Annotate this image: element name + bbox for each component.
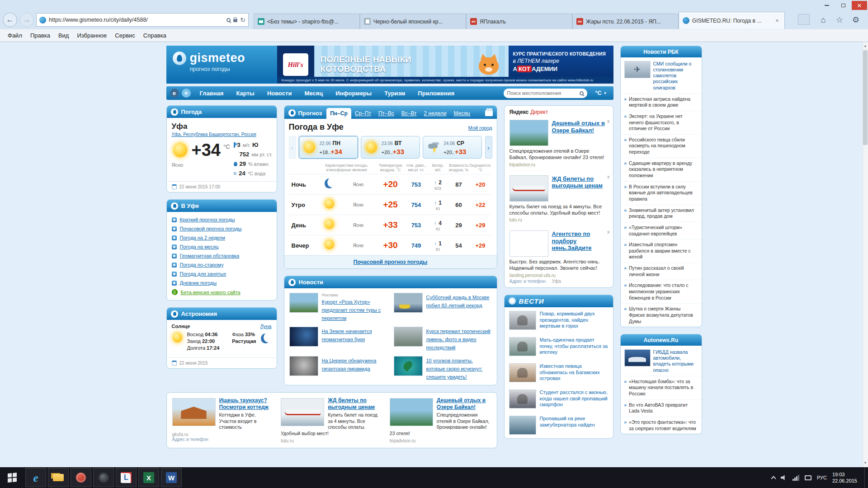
browser-tab[interactable]: Жары псто. 22.06.2015 - ЯП... × — [572, 14, 679, 29]
page-scrollbar[interactable]: ▲ ▼ — [863, 42, 868, 467]
nav-item[interactable]: Туризм — [378, 88, 411, 99]
network-icon[interactable] — [793, 475, 799, 481]
browser-tab[interactable]: Черно-белый японский кр... × — [360, 14, 466, 29]
taskbar-app-icon[interactable] — [25, 468, 46, 487]
vk-icon[interactable]: в — [170, 89, 179, 98]
menu-item[interactable]: Файл — [4, 30, 26, 41]
taskbar-app-icon[interactable] — [71, 468, 91, 487]
ad-close-icon[interactable]: х — [607, 229, 610, 235]
gismeteo-logo[interactable]: gismeteo прогноз погоды — [166, 46, 277, 84]
yandex-ad[interactable]: х Дешевый отдых в Озере Байкал! Спецпред… — [505, 116, 613, 172]
nav-item[interactable]: Приложения — [411, 88, 461, 99]
scroll-down-icon[interactable]: ▼ — [863, 460, 868, 466]
rbc-news-item[interactable]: » Российского певца сбили насмерть на пе… — [621, 134, 702, 158]
ad-close-icon[interactable]: х — [607, 118, 610, 124]
yandex-ad[interactable]: х ЖД билеты по выгодным ценам Купить бил… — [505, 172, 613, 227]
refresh-icon[interactable]: ↻ — [240, 17, 245, 23]
yandex-ad[interactable]: х Агентство по подбору нянь.Зайдите Быст… — [505, 227, 613, 287]
home-button[interactable]: ⌂ — [816, 13, 831, 27]
menu-item[interactable]: Справка — [139, 30, 170, 41]
volume-icon[interactable] — [781, 475, 787, 481]
unit-selector[interactable]: °C▼ — [593, 90, 610, 96]
yandex-direct-logo[interactable]: ЯндексДирект — [505, 106, 613, 116]
rbc-news-item[interactable]: » Исследование: что стало с миллионом ук… — [621, 280, 702, 303]
vesti-item[interactable]: Известная певица обнажилась на Багамских… — [505, 360, 613, 386]
vesti-item[interactable]: Мать-одиночка продает почку, чтобы распл… — [505, 333, 613, 360]
taskbar-app-icon[interactable] — [116, 468, 137, 487]
news-item[interactable]: На Церере обнаружена гигантская пирамида — [289, 356, 387, 380]
snowflake-icon[interactable]: ❄ — [182, 89, 191, 98]
menu-item[interactable]: Сервис — [111, 30, 139, 41]
ad-title[interactable]: Агентство по подбору нянь.Зайдите — [552, 230, 608, 257]
local-link[interactable]: Почасовой прогноз погоды — [167, 224, 277, 233]
rbc-news-item[interactable]: » Сдающие квартиру в аренду оказались в … — [621, 158, 702, 181]
rbc-news-item[interactable]: » Известная актриса найдена мертвой в св… — [621, 94, 702, 111]
vesti-item[interactable]: Повар, кормивший двух президентов, найде… — [505, 307, 613, 333]
nav-item[interactable]: Информеры — [329, 88, 378, 99]
vesti-item[interactable]: Студент расстался с жизнью, когда нашел … — [505, 386, 613, 412]
back-button[interactable]: ← — [3, 13, 17, 27]
window-restore-button[interactable] — [835, 1, 851, 10]
nav-item[interactable]: Месяц — [298, 88, 329, 99]
prev-days-arrow[interactable]: ‹ — [289, 136, 296, 159]
ad-block[interactable]: Ищешь таунхаус? Посмотри коттедж Коттедж… — [172, 397, 274, 443]
rbc-news-item[interactable]: » Путин рассказал о своей личной жизни — [621, 263, 702, 280]
url-text[interactable]: https://www.gismeteo.ru/city/daily/4588/ — [49, 17, 224, 23]
window-minimize-button[interactable] — [819, 1, 835, 10]
forecast-tab[interactable]: Месяц — [450, 108, 474, 119]
day-card[interactable]: 22.06ПН +18..+34 — [299, 136, 358, 159]
rbc-lead-item[interactable]: СМИ сообщили о столкновении самолетов ро… — [621, 57, 702, 94]
ad-block[interactable]: Дешевый отдых в Озере Байкал! Спецпредло… — [390, 397, 491, 443]
my-city-link[interactable]: Мой город — [468, 125, 492, 131]
autonews-item[interactable]: » «Настоящая бомба»: что за машину начал… — [621, 376, 702, 399]
rbc-news-item[interactable]: » Знаменитый актер установил рекорд, про… — [621, 205, 702, 222]
local-link[interactable]: Погода для занятых — [167, 269, 277, 278]
day-card[interactable]: 23.06ВТ +20..+33 — [361, 136, 420, 159]
nav-item[interactable]: Карты — [230, 88, 261, 99]
action-center-icon[interactable] — [805, 475, 811, 480]
taskbar-app-icon[interactable] — [161, 468, 182, 487]
menu-item[interactable]: Вид — [54, 30, 73, 41]
news-item[interactable]: Субботний дождь в Москве побил 82-летний… — [394, 293, 492, 322]
autonews-item[interactable]: » Во что АвтоВАЗ превратит Lada Vesta — [621, 399, 702, 417]
favorites-button[interactable]: ☆ — [832, 13, 847, 27]
local-link[interactable]: Погода на месяц — [167, 242, 277, 251]
news-item[interactable]: Курск пережил тропический ливень: фото и… — [394, 327, 492, 351]
local-link[interactable]: Погода по-старому — [167, 260, 277, 269]
rbc-news-item[interactable]: » В России вступили в силу важные для ав… — [621, 181, 702, 205]
forecast-tab[interactable]: Пт–Вс — [375, 108, 398, 119]
rbc-news-item[interactable]: » Известный спортсмен разбился в аварии … — [621, 239, 702, 263]
new-tab-button[interactable] — [798, 14, 810, 25]
ad-close-icon[interactable]: х — [607, 174, 610, 179]
forecast-tab[interactable]: Вс–Вт — [398, 108, 420, 119]
local-link[interactable]: Погода на 2 недели — [167, 233, 277, 242]
next-days-arrow[interactable]: › — [485, 136, 492, 159]
menu-item[interactable]: Избранное — [73, 30, 111, 41]
day-card[interactable]: 24.06СР +20..+33 — [423, 136, 482, 159]
rbc-news-item[interactable]: » «Туристический шторм» озадачил европей… — [621, 222, 702, 239]
tray-expand-icon[interactable] — [771, 476, 776, 481]
start-button[interactable] — [1, 468, 24, 487]
clock[interactable]: 19:03 22.06.2015 — [832, 471, 857, 484]
scrollbar-thumb[interactable] — [863, 50, 868, 145]
rbc-news-item[interactable]: » Шутка о смерти Жанны Фриске возмутила … — [621, 303, 702, 327]
location-search[interactable] — [504, 89, 587, 98]
rbc-news-item[interactable]: » Эксперт: на Украине нет ничего фашистс… — [621, 111, 702, 134]
local-link[interactable]: Геомагнитная обстановка — [167, 251, 277, 260]
hills-ad-banner[interactable]: Hill's ПОЛЕЗНЫЕ НАВЫКИ КОТОВОДСТВА — [277, 46, 613, 84]
print-icon[interactable] — [485, 110, 493, 116]
hourly-forecast-link[interactable]: Почасовой прогноз погоды — [354, 259, 428, 265]
show-desktop-button[interactable] — [864, 467, 867, 488]
tools-button[interactable]: ⚙ — [848, 13, 863, 27]
autonews-lead-item[interactable]: ГИБДД назвала автомобили, владеть которы… — [621, 346, 702, 376]
nav-item[interactable]: Главная — [193, 88, 230, 99]
ad-title[interactable]: Дешевый отдых в Озере Байкал! — [552, 120, 608, 146]
forward-button[interactable]: → — [19, 13, 34, 27]
nav-item[interactable]: Новости — [261, 88, 298, 99]
news-item[interactable]: 10 уголков планеты, которые скоро исчезн… — [394, 356, 492, 380]
location-search-input[interactable] — [507, 90, 577, 96]
forecast-tab[interactable]: 2 недели — [420, 108, 450, 119]
menu-item[interactable]: Правка — [26, 30, 54, 41]
address-bar[interactable]: https://www.gismeteo.ru/city/daily/4588/… — [36, 13, 249, 27]
news-item[interactable]: Реклама Курорт «Роза Хутор» предлагает г… — [289, 293, 387, 322]
